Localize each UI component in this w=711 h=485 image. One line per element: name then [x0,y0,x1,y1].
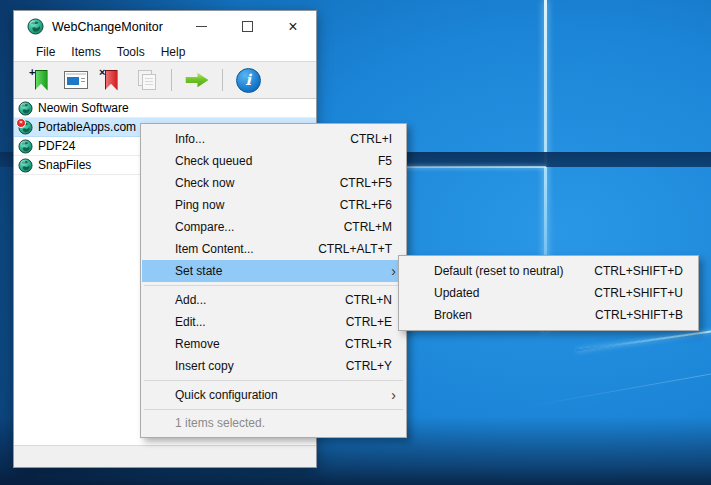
maximize-icon [242,21,253,32]
menu-items[interactable]: Items [63,44,108,60]
window-title: WebChangeMonitor [52,20,163,34]
submenu-arrow-icon: › [391,388,396,402]
menu-item-quick-configuration[interactable]: Quick configuration› [142,384,405,406]
copy-pages-icon [136,70,156,90]
maximize-button[interactable] [224,11,270,42]
green-arrow-icon [186,72,209,88]
menu-tools[interactable]: Tools [109,44,153,60]
list-item[interactable]: Neowin Software [14,99,316,118]
menu-item-check-queued[interactable]: Check queuedF5 [142,150,405,172]
menu-item-set-state[interactable]: Set state› [142,260,405,282]
menu-item-edit[interactable]: Edit...CTRL+E [142,311,405,333]
remove-item-button[interactable]: × [98,67,124,93]
globe-icon [18,101,33,116]
menu-item-ping-now[interactable]: Ping nowCTRL+F6 [142,194,405,216]
submenu-arrow-icon: › [391,264,396,278]
submenu-item-default[interactable]: Default (reset to neutral)CTRL+SHIFT+D [400,260,697,282]
menu-status-text: 1 items selected. [142,413,405,433]
toolbar: + × i [14,61,316,99]
context-menu: Info...CTRL+I Check queuedF5 Check nowCT… [140,123,407,438]
set-state-submenu: Default (reset to neutral)CTRL+SHIFT+D U… [398,255,699,331]
window-controls: × [178,11,316,42]
cross-glyph: × [99,67,105,78]
toolbar-separator [171,69,172,91]
list-item-label: PDF24 [38,139,75,153]
menu-help[interactable]: Help [153,44,194,60]
globe-icon [27,18,44,35]
bookmark-remove-icon [105,70,118,91]
menu-item-compare[interactable]: Compare...CTRL+M [142,216,405,238]
globe-icon: × [18,120,33,135]
submenu-item-broken[interactable]: BrokenCTRL+SHIFT+B [400,304,697,326]
list-item-label: SnapFiles [38,158,91,172]
add-item-button[interactable]: + [28,67,54,93]
check-go-button[interactable] [184,67,210,93]
list-item-label: PortableApps.com [38,120,136,134]
info-circle-icon: i [236,68,261,93]
globe-icon [18,139,33,154]
minimize-button[interactable] [178,11,224,42]
menu-separator [144,409,403,410]
copy-item-button[interactable] [133,67,159,93]
status-bar [14,445,316,467]
item-window-icon [64,71,88,89]
bookmark-add-icon [35,70,48,91]
menu-file[interactable]: File [28,44,63,60]
titlebar[interactable]: WebChangeMonitor × [14,11,316,42]
list-item-label: Neowin Software [38,101,129,115]
minimize-icon [196,26,207,27]
menu-item-add[interactable]: Add...CTRL+N [142,289,405,311]
menu-item-check-now[interactable]: Check nowCTRL+F5 [142,172,405,194]
info-button[interactable]: i [235,67,261,93]
plus-glyph: + [29,67,35,78]
close-icon: × [288,19,297,35]
view-item-button[interactable] [63,67,89,93]
submenu-item-updated[interactable]: UpdatedCTRL+SHIFT+U [400,282,697,304]
menu-item-item-content[interactable]: Item Content...CTRL+ALT+T [142,238,405,260]
menu-item-insert-copy[interactable]: Insert copyCTRL+Y [142,355,405,377]
toolbar-separator [222,69,223,91]
menu-item-remove[interactable]: RemoveCTRL+R [142,333,405,355]
menu-item-info[interactable]: Info...CTRL+I [142,128,405,150]
close-button[interactable]: × [270,11,316,42]
menu-separator [144,380,403,381]
menu-separator [144,285,403,286]
broken-state-badge: × [16,118,26,128]
menubar: File Items Tools Help [14,42,316,61]
globe-icon [18,158,33,173]
